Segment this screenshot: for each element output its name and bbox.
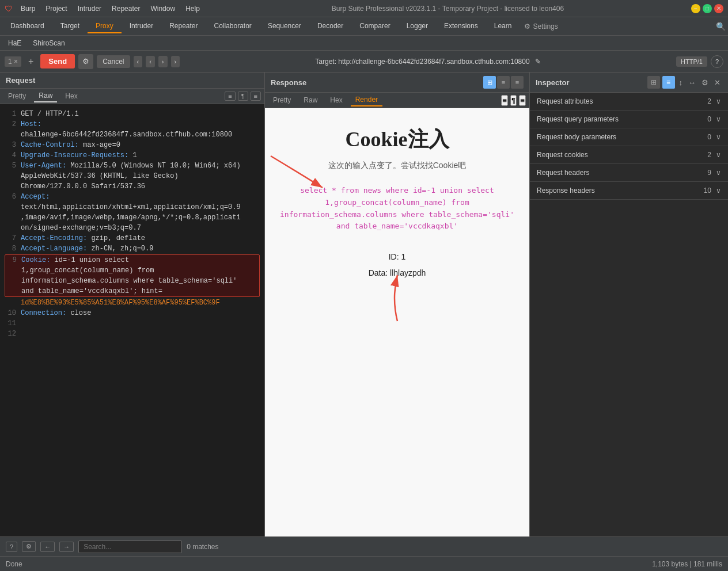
tab-hae[interactable]: HaE bbox=[2, 38, 27, 48]
inspector-view-btn1[interactable]: ⊞ bbox=[647, 76, 660, 89]
request-line-9c: information_schema.columns where table_s… bbox=[5, 276, 259, 286]
response-tab-pretty[interactable]: Pretty bbox=[268, 94, 295, 106]
target-label: Target: http://challenge-6bc6442fd23684f… bbox=[315, 58, 529, 66]
send-options-button[interactable]: ⚙ bbox=[78, 54, 93, 69]
inspector-item-query-params[interactable]: Request query parameters 0 ∨ bbox=[530, 111, 728, 128]
tab-collaborator[interactable]: Collaborator bbox=[206, 20, 260, 33]
back-button[interactable]: ← bbox=[40, 542, 55, 552]
request-ln-btn[interactable]: ¶ bbox=[238, 92, 248, 101]
main-tabbar: Dashboard Target Proxy Intruder Repeater… bbox=[0, 17, 728, 36]
tab-learn[interactable]: Learn bbox=[486, 20, 520, 33]
response-view-toggle: ⊞ ≡ ≡ bbox=[483, 76, 524, 89]
settings-tab[interactable]: ⚙ Settings bbox=[524, 22, 558, 31]
request-panel-header: Request bbox=[0, 73, 264, 89]
match-count: 0 matches bbox=[187, 543, 218, 551]
request-tab-pretty[interactable]: Pretty bbox=[3, 90, 31, 102]
request-line-5b: AppleWebKit/537.36 (KHTML, like Gecko) bbox=[5, 171, 260, 181]
response-menu-btn[interactable]: ≡ bbox=[519, 95, 526, 106]
inspector-settings-btn[interactable]: ⚙ bbox=[700, 76, 710, 89]
inspector-panel: Inspector ⊞ ≡ ↕ ↔ ⚙ ✕ Request attributes… bbox=[530, 73, 728, 536]
response-action-btn2[interactable]: ¶ bbox=[510, 95, 517, 106]
inspector-item-body-params[interactable]: Request body parameters 0 ∨ bbox=[530, 128, 728, 146]
inspector-close-btn[interactable]: ✕ bbox=[712, 76, 722, 89]
request-line-1: 1 GET / HTTP/1.1 bbox=[5, 109, 260, 119]
render-result: ID: 1 Data: llhlayzpdh bbox=[369, 249, 426, 281]
settings-icon: ⚙ bbox=[524, 22, 530, 31]
request-line-10: 10 Connection: close bbox=[5, 308, 260, 318]
tab-shiroscan[interactable]: ShiroScan bbox=[27, 38, 70, 48]
request-cookie-block: 9 Cookie: id=-1 union select 1,group_con… bbox=[5, 254, 260, 297]
response-tab-raw[interactable]: Raw bbox=[299, 94, 322, 106]
inspector-format-btn[interactable]: ↕ bbox=[677, 76, 685, 89]
inspector-item-request-headers[interactable]: Request headers 9 ∨ bbox=[530, 164, 728, 182]
tab-sequencer[interactable]: Sequencer bbox=[260, 20, 309, 33]
menu-help[interactable]: Help bbox=[181, 3, 204, 14]
close-button[interactable]: ✕ bbox=[714, 4, 723, 13]
minimize-button[interactable]: − bbox=[691, 4, 700, 13]
tab-target[interactable]: Target bbox=[52, 20, 88, 33]
tab-dashboard[interactable]: Dashboard bbox=[2, 20, 52, 33]
response-action-btn1[interactable]: ≡ bbox=[501, 95, 508, 106]
request-menu-btn[interactable]: ≡ bbox=[251, 92, 261, 101]
nav-prev2-button[interactable]: ‹ bbox=[146, 56, 155, 67]
settings-icon-btn[interactable]: ⚙ bbox=[22, 541, 36, 552]
request-line-9: 9 Cookie: id=-1 union select bbox=[5, 255, 259, 265]
inspector-expand-btn[interactable]: ↔ bbox=[687, 76, 697, 89]
help-button[interactable]: ? bbox=[711, 55, 723, 68]
status-left: Done bbox=[6, 560, 22, 568]
request-tab-hex[interactable]: Hex bbox=[60, 90, 82, 102]
response-actions: ≡ ¶ ≡ bbox=[501, 95, 526, 106]
nav-next2-button[interactable]: › bbox=[171, 56, 180, 67]
view-request-btn[interactable]: ≡ bbox=[497, 76, 510, 89]
bottombar: ? ⚙ ← → 0 matches bbox=[0, 536, 728, 556]
request-panel: Request Pretty Raw Hex ≡ ¶ ≡ 1 GET / HTT… bbox=[0, 73, 265, 536]
tab-search-button[interactable]: 🔍 bbox=[716, 22, 726, 31]
render-sql: select * from news where id=-1 union sel… bbox=[280, 185, 514, 233]
tab-comparer[interactable]: Comparer bbox=[351, 20, 398, 33]
tab-logger[interactable]: Logger bbox=[399, 20, 436, 33]
menu-intruder[interactable]: Intruder bbox=[73, 3, 106, 14]
menu-burp[interactable]: Burp bbox=[16, 3, 40, 14]
tab-number[interactable]: 1 × bbox=[5, 56, 21, 67]
tab-extensions[interactable]: Extensions bbox=[436, 20, 486, 33]
request-line-6c: ,image/avif,image/webp,image/apng,*/*;q=… bbox=[5, 212, 260, 223]
inspector-view-btn2[interactable]: ≡ bbox=[662, 76, 675, 89]
request-wrap-btn[interactable]: ≡ bbox=[225, 92, 235, 101]
maximize-button[interactable]: □ bbox=[703, 4, 712, 13]
inspector-title: Inspector bbox=[536, 78, 647, 87]
menu-project[interactable]: Project bbox=[41, 3, 71, 14]
inspector-item-response-headers[interactable]: Response headers 10 ∨ bbox=[530, 182, 728, 200]
view-response-btn[interactable]: ≡ bbox=[511, 76, 524, 89]
tab-proxy[interactable]: Proxy bbox=[88, 20, 122, 33]
edit-target-icon[interactable]: ✎ bbox=[535, 58, 541, 66]
inspector-item-request-attributes[interactable]: Request attributes 2 ∨ bbox=[530, 93, 728, 111]
request-tab-raw[interactable]: Raw bbox=[34, 90, 57, 102]
request-line-2: 2 Host: bbox=[5, 119, 260, 130]
render-sql-block: select * from news where id=-1 union sel… bbox=[276, 185, 518, 242]
response-tab-render[interactable]: Render bbox=[351, 94, 382, 106]
help-icon-btn[interactable]: ? bbox=[6, 542, 17, 552]
status-right: 1,103 bytes | 181 millis bbox=[652, 560, 722, 568]
tab-intruder[interactable]: Intruder bbox=[122, 20, 161, 33]
add-tab-button[interactable]: + bbox=[25, 56, 37, 67]
tab-repeater[interactable]: Repeater bbox=[161, 20, 206, 33]
forward-button[interactable]: → bbox=[59, 542, 74, 552]
nav-next-button[interactable]: › bbox=[158, 56, 168, 67]
request-line-7: 7 Accept-Encoding: gzip, deflate bbox=[5, 233, 260, 243]
send-button[interactable]: Send bbox=[40, 54, 75, 68]
tab-decoder[interactable]: Decoder bbox=[309, 20, 351, 33]
search-input[interactable] bbox=[78, 540, 182, 553]
render-data: Data: llhlayzpdh bbox=[369, 268, 426, 277]
menu-window[interactable]: Window bbox=[146, 3, 180, 14]
view-split-btn[interactable]: ⊞ bbox=[483, 76, 496, 89]
menu-repeater[interactable]: Repeater bbox=[107, 3, 145, 14]
cancel-button[interactable]: Cancel bbox=[97, 55, 130, 68]
nav-prev-button[interactable]: ‹ bbox=[134, 56, 143, 67]
render-result-block: ID: 1 Data: llhlayzpdh bbox=[276, 249, 518, 281]
request-line-8: 8 Accept-Language: zh-CN, zh;q=0.9 bbox=[5, 243, 260, 254]
request-editor[interactable]: 1 GET / HTTP/1.1 2 Host: challenge-6bc64… bbox=[0, 104, 264, 536]
inspector-item-cookies[interactable]: Request cookies 2 ∨ bbox=[530, 146, 728, 164]
request-line-9d: and table_name='vccdkaqxbl'; hint= bbox=[5, 286, 259, 296]
request-line-6: 6 Accept: bbox=[5, 192, 260, 202]
response-tab-hex[interactable]: Hex bbox=[325, 94, 347, 106]
